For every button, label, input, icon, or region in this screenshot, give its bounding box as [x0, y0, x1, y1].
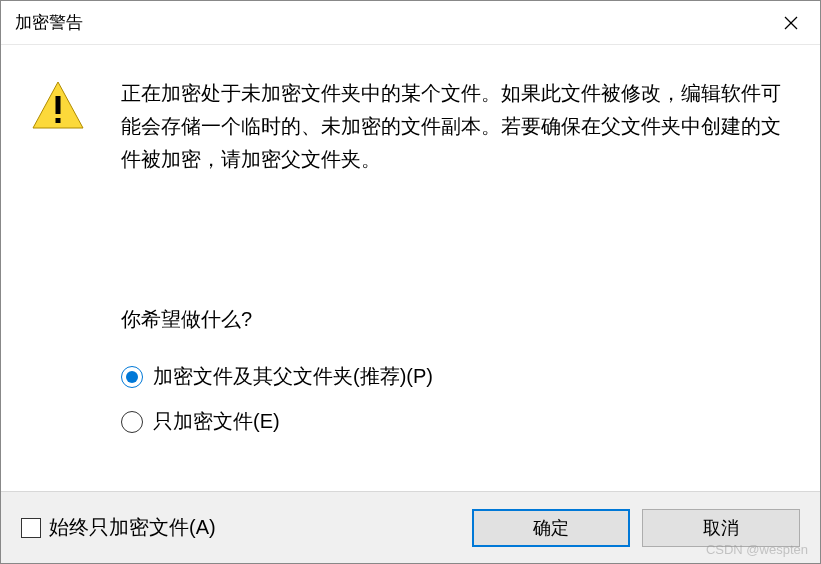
always-encrypt-checkbox[interactable]: 始终只加密文件(A) — [21, 514, 216, 541]
text-column: 正在加密处于未加密文件夹中的某个文件。如果此文件被修改，编辑软件可能会存储一个临… — [101, 77, 790, 471]
radio-encrypt-parent[interactable]: 加密文件及其父文件夹(推荐)(P) — [121, 363, 790, 390]
dialog-title: 加密警告 — [15, 11, 83, 34]
dialog-content: 正在加密处于未加密文件夹中的某个文件。如果此文件被修改，编辑软件可能会存储一个临… — [1, 45, 820, 491]
checkbox-label: 始终只加密文件(A) — [49, 514, 216, 541]
radio-label: 只加密文件(E) — [153, 408, 280, 435]
message-text: 正在加密处于未加密文件夹中的某个文件。如果此文件被修改，编辑软件可能会存储一个临… — [121, 77, 790, 176]
ok-button[interactable]: 确定 — [472, 509, 630, 547]
warning-icon — [31, 79, 85, 133]
svg-rect-4 — [56, 118, 61, 123]
radio-label: 加密文件及其父文件夹(推荐)(P) — [153, 363, 433, 390]
radio-indicator-unchecked — [121, 411, 143, 433]
watermark: CSDN @wespten — [706, 542, 808, 557]
radio-indicator-checked — [121, 366, 143, 388]
dialog-footer: 始终只加密文件(A) 确定 取消 — [1, 491, 820, 563]
close-icon — [784, 16, 798, 30]
radio-encrypt-file-only[interactable]: 只加密文件(E) — [121, 408, 790, 435]
titlebar: 加密警告 — [1, 1, 820, 45]
question-text: 你希望做什么? — [121, 306, 790, 333]
cancel-button[interactable]: 取消 — [642, 509, 800, 547]
svg-rect-3 — [56, 96, 61, 114]
radio-group: 加密文件及其父文件夹(推荐)(P) 只加密文件(E) — [121, 363, 790, 435]
checkbox-box — [21, 518, 41, 538]
close-button[interactable] — [762, 1, 820, 45]
icon-column — [31, 77, 101, 471]
